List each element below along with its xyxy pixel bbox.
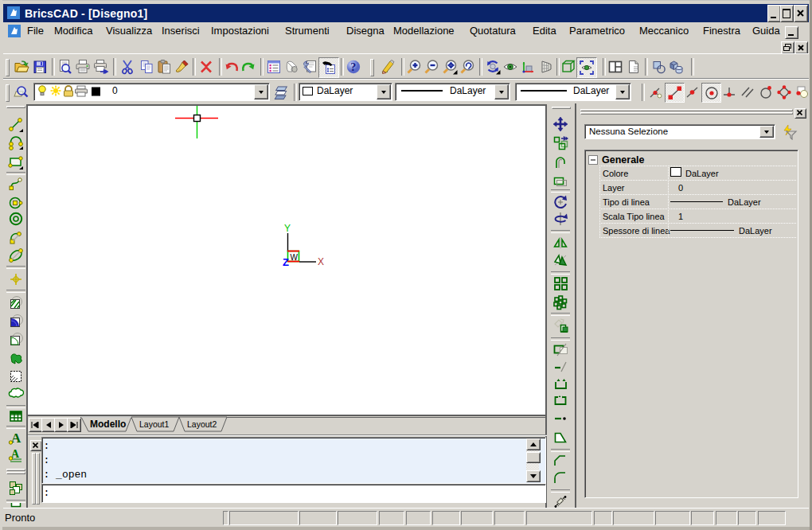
svg-text:DaLayer: DaLayer	[685, 169, 719, 178]
svg-text:Colore: Colore	[603, 169, 628, 178]
svg-text:X: X	[318, 256, 324, 267]
svg-text:Spessore di linea: Spessore di linea	[603, 226, 670, 236]
svg-text:Generale: Generale	[602, 154, 645, 166]
svg-text:Z: Z	[283, 256, 289, 268]
svg-text:0: 0	[678, 183, 683, 193]
svg-text:DaLayer: DaLayer	[728, 197, 761, 207]
svg-text:?: ?	[350, 61, 356, 73]
svg-text:Layout1: Layout1	[139, 419, 170, 429]
svg-text:Scala Tipo linea: Scala Tipo linea	[603, 212, 666, 221]
svg-text:Modello: Modello	[90, 419, 126, 430]
svg-text:W: W	[291, 253, 299, 262]
svg-text:Tipo di linea: Tipo di linea	[603, 197, 650, 207]
svg-text:DaLayer: DaLayer	[739, 226, 772, 236]
svg-text:Layout2: Layout2	[187, 419, 217, 429]
svg-text:A: A	[11, 431, 21, 446]
svg-text:Y: Y	[284, 223, 291, 234]
svg-text:Layer: Layer	[603, 183, 625, 193]
svg-text:1: 1	[678, 212, 683, 221]
